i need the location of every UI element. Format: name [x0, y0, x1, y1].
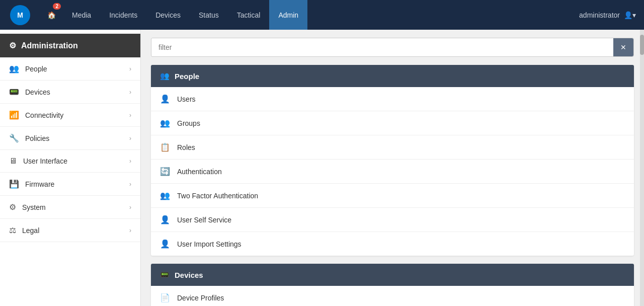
- filter-input[interactable]: [151, 38, 613, 56]
- people-2fa-item[interactable]: 👥 Two Factor Authentication: [151, 184, 634, 208]
- authentication-label: Authentication: [177, 168, 222, 176]
- sidebar-firmware-label: Firmware: [25, 180, 129, 188]
- devices-profiles-item[interactable]: 📄 Device Profiles: [151, 286, 634, 306]
- roles-icon: 📋: [160, 142, 170, 152]
- svg-text:M: M: [17, 11, 23, 19]
- sidebar-item-firmware[interactable]: 💾 Firmware ›: [0, 173, 140, 196]
- sidebar-item-people[interactable]: 👥 People ›: [0, 57, 140, 81]
- device-profiles-icon: 📄: [160, 293, 170, 302]
- sidebar-title: Administration: [21, 41, 78, 50]
- sidebar-policies-label: Policies: [25, 134, 129, 142]
- devices-section-title: Devices: [175, 271, 203, 279]
- home-button[interactable]: 🏠 2: [40, 0, 63, 30]
- firmware-icon: 💾: [9, 179, 19, 189]
- sidebar-people-label: People: [25, 65, 129, 73]
- logo: M: [5, 5, 35, 26]
- nav-status[interactable]: Status: [190, 0, 228, 30]
- auth-icon: 🔄: [160, 167, 170, 176]
- connectivity-icon: 📶: [9, 110, 19, 120]
- people-section-icon: 👥: [160, 71, 170, 81]
- nav-incidents[interactable]: Incidents: [100, 0, 146, 30]
- roles-label: Roles: [177, 143, 195, 151]
- filter-clear-button[interactable]: ✕: [613, 38, 633, 56]
- people-icon: 👥: [9, 64, 19, 73]
- gear-icon: ⚙: [9, 41, 16, 50]
- sidebar-legal-label: Legal: [22, 226, 129, 235]
- sidebar-system-label: System: [22, 203, 129, 211]
- system-icon: ⚙: [9, 202, 16, 212]
- people-users-item[interactable]: 👤 Users: [151, 87, 634, 111]
- devices-icon: 📟: [9, 87, 19, 97]
- main-content: ✕ 👥 People 👤 Users 👥 Groups 📋 Roles 🔄: [141, 30, 644, 306]
- people-section-title: People: [175, 72, 199, 81]
- top-navigation: M 🏠 2 Media Incidents Devices Status Tac…: [0, 0, 644, 30]
- devices-section-header: 📟 Devices: [151, 264, 634, 286]
- groups-icon: 👥: [160, 118, 170, 128]
- user-icon: 👤: [160, 94, 170, 104]
- people-section-header: 👥 People: [151, 65, 634, 87]
- chevron-right-icon: ›: [129, 158, 131, 165]
- import-settings-label: User Import Settings: [177, 240, 242, 248]
- sidebar-header: ⚙ Administration: [0, 34, 140, 57]
- groups-label: Groups: [177, 119, 200, 127]
- chevron-right-icon: ›: [129, 181, 131, 188]
- nav-media[interactable]: Media: [63, 0, 100, 30]
- sidebar-devices-label: Devices: [25, 88, 129, 96]
- people-import-settings-item[interactable]: 👤 User Import Settings: [151, 232, 634, 256]
- sidebar-item-system[interactable]: ⚙ System ›: [0, 196, 140, 219]
- two-factor-icon: 👥: [160, 191, 170, 200]
- main-layout: ⚙ Administration 👥 People › 📟 Devices › …: [0, 30, 644, 306]
- sidebar-ui-label: User Interface: [23, 157, 129, 165]
- self-service-icon: 👤: [160, 215, 170, 224]
- policies-icon: 🔧: [9, 133, 19, 143]
- sidebar-item-policies[interactable]: 🔧 Policies ›: [0, 127, 140, 150]
- users-label: Users: [177, 95, 196, 103]
- notification-badge: 2: [53, 3, 61, 10]
- sidebar: ⚙ Administration 👥 People › 📟 Devices › …: [0, 30, 141, 306]
- scrollbar[interactable]: [640, 30, 644, 306]
- sidebar-item-user-interface[interactable]: 🖥 User Interface ›: [0, 150, 140, 173]
- scroll-thumb: [640, 35, 644, 55]
- chevron-right-icon: ›: [129, 112, 131, 119]
- sidebar-item-devices[interactable]: 📟 Devices ›: [0, 81, 140, 104]
- home-icon: 🏠: [47, 11, 56, 19]
- filter-bar: ✕: [151, 38, 634, 57]
- people-roles-item[interactable]: 📋 Roles: [151, 135, 634, 160]
- sidebar-item-legal[interactable]: ⚖ Legal ›: [0, 219, 140, 242]
- ui-icon: 🖥: [9, 157, 17, 166]
- device-profiles-label: Device Profiles: [177, 294, 224, 302]
- people-section: 👥 People 👤 Users 👥 Groups 📋 Roles 🔄 Auth…: [151, 65, 634, 256]
- sidebar-item-connectivity[interactable]: 📶 Connectivity ›: [0, 104, 140, 127]
- username-label: administrator: [579, 11, 620, 19]
- nav-admin[interactable]: Admin: [269, 0, 307, 30]
- nav-devices[interactable]: Devices: [146, 0, 190, 30]
- nav-tactical[interactable]: Tactical: [228, 0, 270, 30]
- devices-section-icon: 📟: [160, 270, 170, 279]
- user-avatar-icon: 👤▾: [624, 11, 636, 19]
- sidebar-connectivity-label: Connectivity: [25, 111, 129, 119]
- people-authentication-item[interactable]: 🔄 Authentication: [151, 160, 634, 184]
- chevron-right-icon: ›: [129, 204, 131, 211]
- chevron-right-icon: ›: [129, 227, 131, 234]
- devices-section: 📟 Devices 📄 Device Profiles: [151, 264, 634, 306]
- chevron-right-icon: ›: [129, 65, 131, 72]
- legal-icon: ⚖: [9, 225, 16, 235]
- chevron-right-icon: ›: [129, 89, 131, 96]
- people-groups-item[interactable]: 👥 Groups: [151, 111, 634, 135]
- two-factor-label: Two Factor Authentication: [177, 192, 258, 200]
- people-self-service-item[interactable]: 👤 User Self Service: [151, 208, 634, 232]
- import-settings-icon: 👤: [160, 239, 170, 249]
- chevron-right-icon: ›: [129, 135, 131, 142]
- user-menu[interactable]: administrator 👤▾: [579, 11, 644, 19]
- self-service-label: User Self Service: [177, 216, 231, 224]
